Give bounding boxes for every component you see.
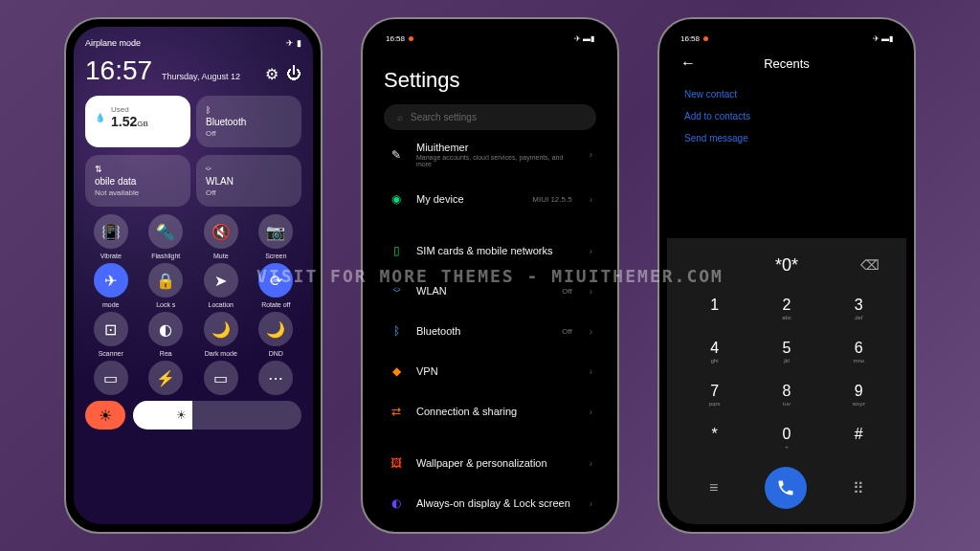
bolt-icon[interactable]: ⚡ xyxy=(148,361,183,395)
screen-icon[interactable]: ▭ xyxy=(204,361,238,395)
qs-label: Screen xyxy=(265,253,286,259)
settings-item[interactable]: ᛒBluetoothOff› xyxy=(384,311,596,351)
status-bar: 16:58 ✈ ▬▮ xyxy=(384,27,596,51)
qs-label: Rea xyxy=(160,350,172,357)
qs-label: Lock s xyxy=(156,301,175,308)
settings-item[interactable]: ◆VPN› xyxy=(384,351,596,391)
qs-toggle[interactable]: ➤ xyxy=(204,263,238,298)
qs-label: mode xyxy=(102,301,120,308)
phone-dialer: 16:58 ✈ ▬▮ ← Recents New contactAdd to c… xyxy=(657,17,916,534)
dialpad-key[interactable]: 3def xyxy=(830,291,887,326)
status-label: Airplane mode xyxy=(85,38,141,48)
chevron-right-icon: › xyxy=(590,407,592,417)
account-item[interactable]: ✎ Miuithemer Manage accounts, cloud serv… xyxy=(384,130,596,179)
item-icon: 🖼 xyxy=(388,454,405,472)
phone-control-center: Airplane mode ✈ ▮ 16:57 Thursday, August… xyxy=(64,17,323,534)
qs-toggle[interactable]: 🔇 xyxy=(204,214,238,249)
battery-icon[interactable]: ▭ xyxy=(94,361,128,395)
battery-icon: ✈ ▬▮ xyxy=(873,34,893,43)
qs-label: Mute xyxy=(213,253,229,259)
qs-toggle[interactable]: ⟳ xyxy=(258,263,293,298)
water-drop-icon: 💧 xyxy=(95,113,105,122)
qs-label: Location xyxy=(209,301,234,308)
my-device-item[interactable]: ◉ My device MIUI 12.5.5 › xyxy=(384,179,596,219)
chevron-right-icon: › xyxy=(590,366,592,377)
item-icon: ◐ xyxy=(388,495,405,512)
dialpad-key[interactable]: 0+ xyxy=(758,420,815,455)
item-icon: ⌔ xyxy=(388,282,405,299)
qs-toggle[interactable]: 🔦 xyxy=(148,214,183,249)
dialpad-key[interactable]: 8tuv xyxy=(758,377,815,412)
qs-toggle[interactable]: ⊡ xyxy=(94,312,128,346)
data-usage-tile[interactable]: 💧 Used 1.52GB xyxy=(85,96,190,147)
dialpad-key[interactable]: * xyxy=(686,420,744,455)
qs-label: Vibrate xyxy=(100,253,122,259)
item-icon: ▯ xyxy=(388,242,405,259)
dial-display: *0* ⌫ xyxy=(667,250,906,287)
clock: 16:57 xyxy=(85,55,152,86)
dialpad-key[interactable]: 5jkl xyxy=(758,334,815,369)
chevron-right-icon: › xyxy=(590,458,592,469)
battery-icon: ✈ ▬▮ xyxy=(574,34,594,43)
power-icon[interactable]: ⏻ xyxy=(286,65,301,83)
chevron-right-icon: › xyxy=(590,286,592,297)
qs-toggle[interactable]: 📷 xyxy=(258,214,293,249)
dialpad-key[interactable]: 1 xyxy=(686,291,744,326)
item-icon: ᛒ xyxy=(388,322,405,340)
grid-icon[interactable]: ⠿ xyxy=(853,479,864,497)
chevron-right-icon: › xyxy=(590,149,592,160)
item-icon: ⇄ xyxy=(388,403,405,420)
qs-toggle[interactable]: 🌙 xyxy=(258,312,293,346)
dialpad-key[interactable]: # xyxy=(830,420,887,455)
search-icon: ⌕ xyxy=(397,112,403,122)
dialpad-key[interactable]: 6mno xyxy=(830,334,887,369)
search-input[interactable]: ⌕ Search settings xyxy=(384,104,596,130)
page-title: Recents xyxy=(680,56,893,71)
dialpad-key[interactable]: 9wxyz xyxy=(830,377,887,412)
settings-item[interactable]: ▯SIM cards & mobile networks› xyxy=(384,231,596,271)
brightness-auto-button[interactable]: ☀ xyxy=(85,401,125,430)
bluetooth-icon: ᛒ xyxy=(206,105,292,115)
battery-icon: ✈ ▮ xyxy=(286,38,301,48)
settings-item[interactable]: ⌔WLANOff› xyxy=(384,271,596,311)
wlan-tile[interactable]: ⌔ WLAN Off xyxy=(196,155,301,207)
account-icon: ✎ xyxy=(388,146,405,164)
page-title: Settings xyxy=(384,68,596,93)
dialer-link[interactable]: Send message xyxy=(684,127,889,149)
dialpad-key[interactable]: 7pqrs xyxy=(686,377,744,412)
status-bar: Airplane mode ✈ ▮ xyxy=(85,38,301,48)
dialpad-key[interactable]: 4ghi xyxy=(686,334,744,369)
phone-settings: 16:58 ✈ ▬▮ Settings ⌕ Search settings ✎ … xyxy=(361,17,619,534)
qs-toggle[interactable]: 🔒 xyxy=(148,263,183,298)
dialpad-key[interactable]: 2abc xyxy=(758,291,815,326)
bluetooth-tile[interactable]: ᛒ Bluetooth Off xyxy=(196,96,301,147)
chevron-right-icon: › xyxy=(590,194,592,205)
qs-toggle[interactable]: ✈ xyxy=(94,263,128,298)
qs-label: Scanner xyxy=(99,350,123,357)
brightness-slider[interactable] xyxy=(133,401,301,430)
call-button[interactable] xyxy=(765,467,807,509)
chevron-right-icon: › xyxy=(590,246,592,256)
mobile-data-tile[interactable]: ⇅ obile data Not available xyxy=(85,155,190,207)
status-bar: 16:58 ✈ ▬▮ xyxy=(667,27,906,43)
backspace-button[interactable]: ⌫ xyxy=(860,257,880,273)
item-icon: ◆ xyxy=(388,363,405,380)
qs-toggle[interactable]: ◐ xyxy=(148,312,183,346)
qs-label: DND xyxy=(269,350,283,357)
gear-icon[interactable]: ⚙ xyxy=(265,65,278,83)
qs-toggle[interactable]: 🌙 xyxy=(204,312,238,346)
settings-item[interactable]: ◐Always-on display & Lock screen› xyxy=(384,483,596,523)
dialer-link[interactable]: New contact xyxy=(684,83,889,105)
dialer-link[interactable]: Add to contacts xyxy=(684,105,889,127)
chevron-right-icon: › xyxy=(590,498,592,509)
more-icon[interactable]: ⋯ xyxy=(258,361,293,395)
signal-icon: ⇅ xyxy=(95,165,181,174)
settings-item[interactable]: ⇄Connection & sharing› xyxy=(384,391,596,431)
qs-label: Dark mode xyxy=(205,350,237,357)
wifi-icon: ⌔ xyxy=(206,165,292,174)
date: Thursday, August 12 xyxy=(162,72,240,81)
menu-icon[interactable]: ≡ xyxy=(709,479,718,496)
settings-item[interactable]: 🖼Wallpaper & personalization› xyxy=(384,443,596,483)
device-icon: ◉ xyxy=(388,190,405,208)
qs-toggle[interactable]: 📳 xyxy=(94,214,128,249)
